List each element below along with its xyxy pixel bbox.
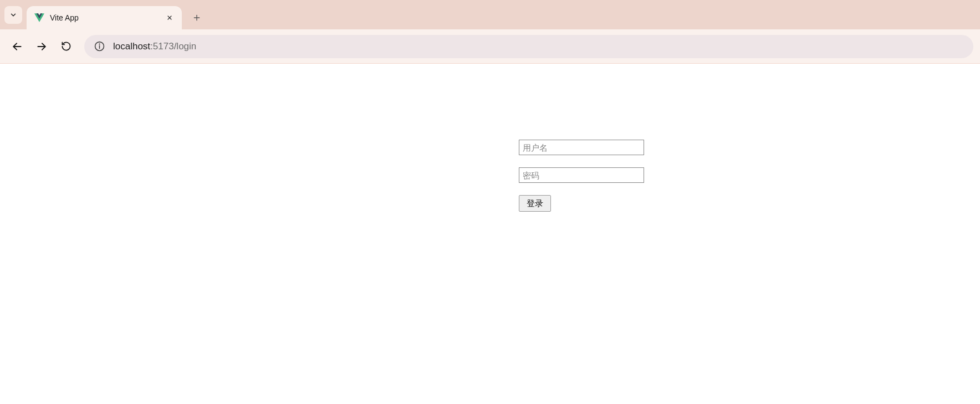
back-button[interactable] bbox=[7, 36, 28, 57]
arrow-right-icon bbox=[36, 41, 47, 52]
reload-icon bbox=[61, 41, 72, 52]
username-input[interactable] bbox=[519, 140, 644, 155]
url-path: :5173/login bbox=[150, 41, 196, 52]
plus-icon bbox=[192, 13, 201, 22]
new-tab-button[interactable] bbox=[188, 9, 205, 26]
forward-button[interactable] bbox=[31, 36, 52, 57]
tabs-dropdown-button[interactable] bbox=[4, 6, 22, 24]
page-content: 登录 bbox=[0, 64, 980, 404]
tab-strip: Vite App bbox=[0, 0, 980, 29]
reload-button[interactable] bbox=[55, 36, 76, 57]
url-display: localhost:5173/login bbox=[113, 41, 196, 52]
arrow-left-icon bbox=[12, 41, 23, 52]
svg-point-8 bbox=[99, 44, 100, 44]
login-form: 登录 bbox=[519, 140, 644, 212]
password-input[interactable] bbox=[519, 167, 644, 183]
browser-tab[interactable]: Vite App bbox=[27, 6, 182, 29]
info-icon bbox=[94, 41, 105, 52]
tab-title: Vite App bbox=[50, 13, 164, 22]
close-icon bbox=[166, 14, 173, 21]
site-info-button[interactable] bbox=[93, 40, 105, 53]
url-host: localhost bbox=[113, 41, 150, 52]
login-button[interactable]: 登录 bbox=[519, 195, 551, 212]
chevron-down-icon bbox=[9, 11, 17, 19]
address-bar[interactable]: localhost:5173/login bbox=[84, 35, 973, 58]
close-tab-button[interactable] bbox=[164, 12, 175, 23]
vue-icon bbox=[34, 13, 44, 23]
toolbar: localhost:5173/login bbox=[0, 29, 980, 64]
